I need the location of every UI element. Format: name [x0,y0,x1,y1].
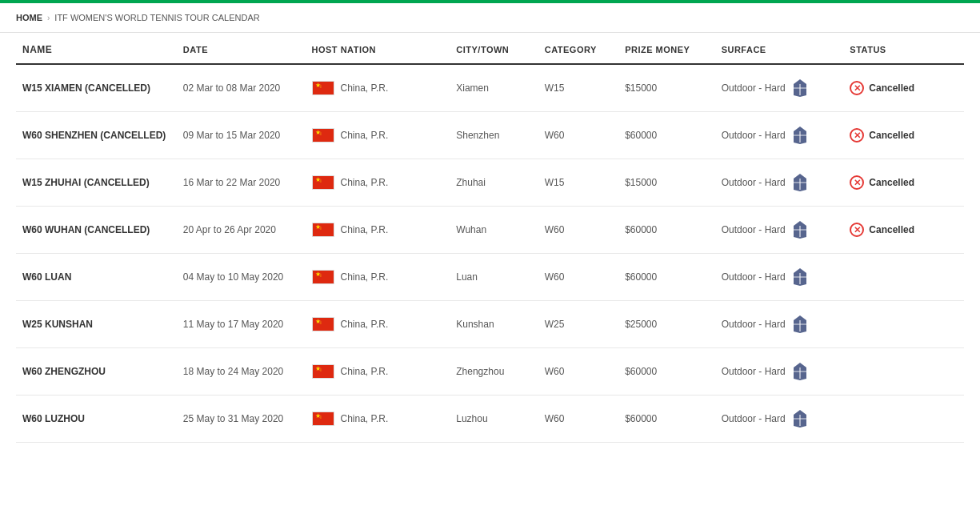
host-nation-label: China, P.R. [341,177,389,188]
cell-surface: Outdoor - Hard [715,159,844,207]
cell-host: China, P.R. [306,301,450,348]
surface-cell: Outdoor - Hard [722,79,838,97]
cell-category: W15 [538,64,618,112]
surface-cell: Outdoor - Hard [722,363,838,380]
cell-prize: $60000 [618,348,715,396]
cell-host: China, P.R. [306,207,450,254]
court-icon [792,268,808,286]
cell-name: W15 ZHUHAI (CANCELLED) [16,159,177,207]
status-cancelled-cell: ✕ Cancelled [850,175,958,190]
status-cancelled-cell: ✕ Cancelled [850,81,958,95]
cell-surface: Outdoor - Hard [715,396,844,443]
surface-label: Outdoor - Hard [722,413,786,424]
cell-prize: $60000 [618,396,715,443]
cell-status [843,348,964,396]
cell-surface: Outdoor - Hard [715,348,844,396]
chevron-right-icon: › [47,14,50,22]
cell-name: W60 ZHENGZHOU [16,348,177,396]
surface-cell: Outdoor - Hard [722,268,838,286]
cell-date: 09 Mar to 15 Mar 2020 [177,112,306,159]
cell-name: W60 LUAN [16,254,177,301]
status-label: Cancelled [869,82,914,94]
col-header-status[interactable]: STATUS [843,33,964,64]
cell-status [843,396,964,443]
china-flag [312,270,334,284]
surface-label: Outdoor - Hard [722,130,786,141]
calendar-table-container: NAME DATE HOST NATION CITY/TOWN CATEGORY… [0,33,980,443]
status-cancelled-cell: ✕ Cancelled [850,128,958,143]
col-header-city[interactable]: CITY/TOWN [450,33,538,64]
cell-prize: $60000 [618,112,715,159]
cancel-icon: ✕ [850,81,864,95]
cell-city: Luan [450,254,538,301]
table-header-row: NAME DATE HOST NATION CITY/TOWN CATEGORY… [16,33,964,64]
surface-cell: Outdoor - Hard [722,410,838,428]
court-icon [792,221,808,239]
cell-status: ✕ Cancelled [843,207,964,254]
cell-city: Shenzhen [450,112,538,159]
cell-host: China, P.R. [306,348,450,396]
status-cancelled-cell: ✕ Cancelled [850,223,958,237]
cell-date: 04 May to 10 May 2020 [177,254,306,301]
cell-name: W60 SHENZHEN (CANCELLED) [16,112,177,159]
flag-cell: China, P.R. [312,317,444,331]
surface-cell: Outdoor - Hard [722,126,838,144]
cell-status: ✕ Cancelled [843,159,964,207]
cell-prize: $60000 [618,254,715,301]
col-header-prize[interactable]: PRIZE MONEY [618,33,715,64]
cell-status: ✕ Cancelled [843,112,964,159]
col-header-surface[interactable]: SURFACE [715,33,844,64]
table-row[interactable]: W60 ZHENGZHOU18 May to 24 May 2020 China… [16,348,964,396]
cancel-icon: ✕ [850,223,864,237]
flag-cell: China, P.R. [312,81,444,95]
host-nation-label: China, P.R. [341,366,389,377]
court-icon [792,363,808,380]
flag-cell: China, P.R. [312,223,444,237]
china-flag [312,223,334,237]
col-header-date[interactable]: DATE [177,33,306,64]
surface-label: Outdoor - Hard [722,224,786,235]
court-icon [792,79,808,97]
court-icon [792,174,808,191]
flag-cell: China, P.R. [312,270,444,284]
cell-status: ✕ Cancelled [843,64,964,112]
cell-prize: $60000 [618,207,715,254]
cell-date: 11 May to 17 May 2020 [177,301,306,348]
surface-label: Outdoor - Hard [722,366,786,377]
cell-city: Kunshan [450,301,538,348]
cell-surface: Outdoor - Hard [715,64,844,112]
cell-prize: $25000 [618,301,715,348]
court-icon [792,410,808,428]
china-flag [312,317,334,331]
cell-name: W60 LUZHOU [16,396,177,443]
table-row[interactable]: W60 LUZHOU25 May to 31 May 2020 China, P… [16,396,964,443]
flag-cell: China, P.R. [312,175,444,190]
table-row[interactable]: W60 WUHAN (CANCELLED)20 Apr to 26 Apr 20… [16,207,964,254]
cell-host: China, P.R. [306,64,450,112]
cell-name: W60 WUHAN (CANCELLED) [16,207,177,254]
table-row[interactable]: W25 KUNSHAN11 May to 17 May 2020 China, … [16,301,964,348]
surface-label: Outdoor - Hard [722,319,786,330]
cell-host: China, P.R. [306,254,450,301]
table-row[interactable]: W60 LUAN04 May to 10 May 2020 China, P.R… [16,254,964,301]
flag-cell: China, P.R. [312,364,444,379]
surface-cell: Outdoor - Hard [722,221,838,239]
cell-category: W60 [538,112,618,159]
col-header-host[interactable]: HOST NATION [306,33,450,64]
china-flag [312,175,334,190]
cell-date: 18 May to 24 May 2020 [177,348,306,396]
breadcrumb-home[interactable]: HOME [16,13,42,22]
cell-surface: Outdoor - Hard [715,207,844,254]
col-header-category[interactable]: CATEGORY [538,33,618,64]
host-nation-label: China, P.R. [341,130,389,141]
china-flag [312,81,334,95]
col-header-name[interactable]: NAME [16,33,177,64]
breadcrumb: HOME › ITF WOMEN'S WORLD TENNIS TOUR CAL… [0,3,980,33]
china-flag [312,364,334,379]
table-row[interactable]: W15 ZHUHAI (CANCELLED)16 Mar to 22 Mar 2… [16,159,964,207]
cell-name: W25 KUNSHAN [16,301,177,348]
cell-date: 02 Mar to 08 Mar 2020 [177,64,306,112]
table-row[interactable]: W15 XIAMEN (CANCELLED)02 Mar to 08 Mar 2… [16,64,964,112]
breadcrumb-current: ITF WOMEN'S WORLD TENNIS TOUR CALENDAR [54,13,259,22]
table-row[interactable]: W60 SHENZHEN (CANCELLED)09 Mar to 15 Mar… [16,112,964,159]
